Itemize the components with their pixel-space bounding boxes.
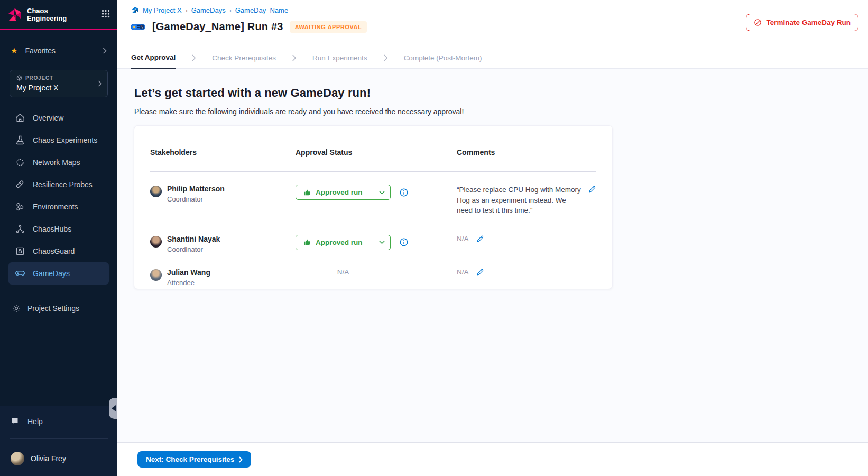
- stakeholder-avatar: [150, 186, 162, 197]
- chevron-down-icon: [379, 190, 385, 195]
- lock-icon: [15, 246, 25, 257]
- chevron-left-icon: [112, 405, 116, 411]
- project-settings-label: Project Settings: [27, 304, 79, 313]
- nav-label: ChaosGuard: [33, 247, 75, 255]
- thumbs-up-icon: [303, 189, 311, 196]
- stakeholders-card: Stakeholders Approval Status Comments Ph…: [134, 125, 613, 289]
- status-badge: AWAITING APPROVAL: [290, 21, 367, 33]
- column-header-stakeholders: Stakeholders: [150, 139, 296, 171]
- approval-status-dropdown[interactable]: Approved run: [296, 185, 391, 200]
- brand-title: Chaos Engineering: [27, 7, 101, 23]
- next-button-label: Next: Check Prerequisites: [146, 455, 234, 463]
- favorites-label: Favorites: [25, 47, 56, 55]
- cube-icon: [16, 75, 22, 81]
- tab-check-prerequisites[interactable]: Check Prerequisites: [212, 48, 276, 69]
- terminate-button-label: Terminate GameDay Run: [766, 19, 851, 26]
- nav-label: Network Maps: [33, 158, 80, 167]
- breadcrumb: My Project X › GameDays › GameDay_Name: [117, 0, 868, 14]
- approval-na-value: N/A: [296, 268, 391, 276]
- sidebar-item-network-maps[interactable]: Network Maps: [0, 151, 117, 173]
- breadcrumb-project-link[interactable]: My Project X: [143, 6, 182, 14]
- breadcrumb-gamedays-link[interactable]: GameDays: [191, 6, 226, 14]
- user-menu[interactable]: Olivia Frey: [0, 445, 117, 476]
- divider: [374, 238, 374, 246]
- page-subheading: Please make sure the following individua…: [117, 100, 868, 116]
- edit-comment-pencil-icon[interactable]: [476, 235, 484, 243]
- breadcrumb-gameday-name-link[interactable]: GameDay_Name: [235, 6, 288, 14]
- user-name: Olivia Frey: [31, 454, 66, 463]
- edit-comment-pencil-icon[interactable]: [588, 185, 596, 193]
- info-icon[interactable]: [399, 237, 409, 247]
- environments-icon: [15, 202, 25, 212]
- sidebar-item-help[interactable]: ? Help: [0, 411, 117, 432]
- tab-get-approval[interactable]: Get Approval: [131, 48, 176, 69]
- sidebar-item-chaoshubs[interactable]: ChaosHubs: [0, 218, 117, 240]
- sidebar-item-chaos-experiments[interactable]: Chaos Experiments: [0, 129, 117, 151]
- home-icon: [15, 113, 25, 123]
- table-row: Shantini Nayak Coordinator Approved run …: [150, 216, 596, 253]
- tab-label: Get Approval: [131, 53, 176, 61]
- sidebar-item-gamedays[interactable]: GameDays: [8, 262, 109, 285]
- stakeholder-role: Coordinator: [167, 195, 225, 203]
- next-check-prerequisites-button[interactable]: Next: Check Prerequisites: [137, 451, 251, 468]
- help-label: Help: [27, 417, 43, 426]
- comment-text: “Please replace CPU Hog with Memory Hog …: [457, 185, 581, 216]
- approval-status-label: Approved run: [316, 239, 363, 246]
- project-selector[interactable]: PROJECT My Project X: [10, 70, 108, 97]
- chevron-right-icon: ›: [186, 7, 188, 14]
- terminate-gameday-run-button[interactable]: Terminate GameDay Run: [746, 14, 858, 31]
- sidebar-item-favorites[interactable]: ★ Favorites: [0, 40, 117, 61]
- column-header-comments: Comments: [457, 139, 596, 171]
- stakeholder-avatar: [150, 269, 162, 281]
- project-label: PROJECT: [25, 75, 53, 81]
- table-row: Philip Matterson Coordinator Approved ru…: [150, 172, 596, 216]
- hub-icon: [15, 224, 25, 234]
- edit-comment-pencil-icon[interactable]: [476, 268, 484, 276]
- tab-label: Check Prerequisites: [212, 54, 276, 62]
- divider: [10, 438, 108, 439]
- nav-label: GameDays: [33, 269, 70, 278]
- divider: [10, 291, 108, 291]
- probe-icon: [15, 179, 25, 190]
- sidebar: Chaos Engineering ★ Favorites PROJECT My…: [0, 0, 117, 476]
- sidebar-item-chaosguard[interactable]: ChaosGuard: [0, 240, 117, 262]
- nav-label: Overview: [33, 114, 63, 122]
- gear-icon: [12, 304, 21, 313]
- chevron-right-icon: [238, 456, 243, 463]
- nav-label: ChaosHubs: [33, 225, 71, 233]
- divider: [150, 171, 596, 172]
- column-header-approval-status: Approval Status: [296, 139, 457, 171]
- gameday-step-tabs: Get Approval Check Prerequisites Run Exp…: [117, 48, 868, 69]
- chevron-right-icon: [383, 54, 388, 61]
- table-row: Julian Wang Attendee N/A N/A: [150, 253, 596, 287]
- nav-label: Resilience Probes: [33, 180, 93, 189]
- chevron-right-icon: ›: [229, 7, 232, 14]
- nav-label: Environments: [33, 203, 78, 211]
- main-content: Let’s get started with a new GameDay run…: [117, 69, 868, 442]
- module-grid-icon[interactable]: [101, 10, 110, 18]
- sidebar-item-overview[interactable]: Overview: [0, 107, 117, 129]
- thumbs-up-icon: [303, 239, 311, 246]
- tab-run-experiments[interactable]: Run Experiments: [312, 48, 367, 69]
- sidebar-item-environments[interactable]: Environments: [0, 196, 117, 218]
- gamepad-title-icon: [130, 22, 146, 32]
- stakeholder-role: Attendee: [167, 279, 210, 287]
- page-header: My Project X › GameDays › GameDay_Name […: [117, 0, 868, 48]
- network-map-icon: [15, 157, 25, 168]
- tab-complete-post-mortem[interactable]: Complete (Post-Mortem): [404, 48, 482, 69]
- user-avatar: [11, 452, 24, 465]
- tab-label: Complete (Post-Mortem): [404, 54, 482, 62]
- nav-label: Chaos Experiments: [33, 136, 97, 144]
- sidebar-item-resilience-probes[interactable]: Resilience Probes: [0, 173, 117, 196]
- flask-icon: [15, 135, 25, 145]
- stakeholder-avatar: [150, 236, 162, 248]
- comment-na-value: N/A: [457, 268, 469, 276]
- approval-status-dropdown[interactable]: Approved run: [296, 235, 391, 250]
- page-title: [GameDay_Name] Run #3: [152, 21, 283, 33]
- sidebar-footer: ? Help Olivia Frey: [0, 406, 117, 476]
- help-chat-icon: ?: [11, 417, 20, 426]
- info-icon[interactable]: [399, 188, 409, 197]
- cancel-circle-icon: [754, 19, 762, 26]
- sidebar-item-project-settings[interactable]: Project Settings: [0, 298, 117, 319]
- footer-action-bar: Next: Check Prerequisites: [117, 442, 868, 476]
